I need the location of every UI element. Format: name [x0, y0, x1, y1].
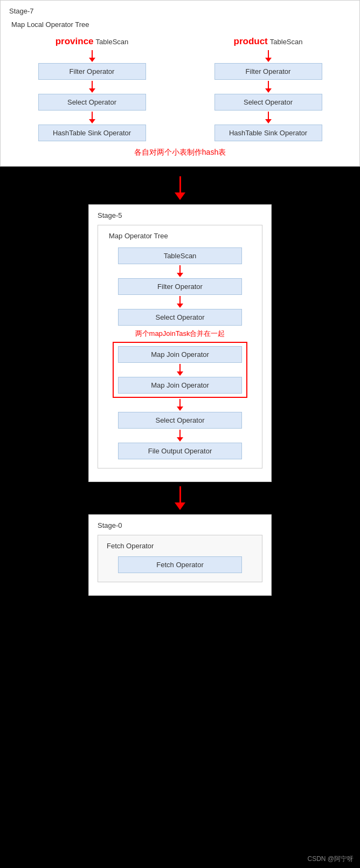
stage7-left-op1: Filter Operator: [38, 63, 146, 80]
stage5-tree-label: Map Operator Tree: [107, 232, 253, 240]
arrow2-left: [89, 81, 95, 93]
arrow1-right: [265, 50, 272, 62]
arrow-s5-1: [177, 265, 183, 277]
stage7-annotation: 各自对两个小表制作hash表: [9, 148, 351, 157]
stage5-op-select2: Select Operator: [118, 412, 242, 429]
stage5-op-fileoutput: File Output Operator: [118, 443, 242, 459]
stage5-join-box: Map Join Operator Map Join Operator: [113, 342, 247, 398]
stage5-map-join-1: Map Join Operator: [118, 346, 242, 363]
stage0-fetch-operator: Fetch Operator: [118, 556, 242, 573]
stage7-right-op2: Select Operator: [214, 94, 322, 111]
arrow3-left: [89, 112, 95, 123]
watermark: CSDN @阿宁呀: [307, 855, 354, 864]
stage7-right-op3: HashTable Sink Operator: [214, 125, 322, 141]
stage7-left-col: province TableScan Filter Operator Selec…: [9, 36, 175, 141]
stage7-left-op3: HashTable Sink Operator: [38, 125, 146, 141]
stage7-right-tablescan: TableScan: [270, 38, 303, 46]
big-arrow-2: [175, 486, 185, 510]
stage0-inner-label: Fetch Operator: [107, 542, 253, 550]
stage0-container: Stage-0 Fetch Operator Fetch Operator: [88, 514, 272, 596]
arrow1-left: [89, 50, 95, 62]
stage5-op-tablescan: TableScan: [118, 247, 242, 264]
stage7-right-op1: Filter Operator: [214, 63, 322, 80]
stage5-single-col: TableScan Filter Operator Select Operato…: [107, 247, 253, 459]
stage7-tree-label: Map Local Operator Tree: [9, 20, 351, 29]
arrow2-right: [265, 81, 272, 93]
stage7-container: Stage-7 Map Local Operator Tree province…: [0, 0, 360, 167]
arrow-s5-2: [177, 296, 183, 308]
stage5-op-select1: Select Operator: [118, 309, 242, 326]
stage0-single-col: Fetch Operator: [107, 556, 253, 573]
stage7-right-col: product TableScan Filter Operator Select…: [185, 36, 351, 141]
stage5-inner: Map Operator Tree TableScan Filter Opera…: [98, 225, 262, 469]
stage7-left-keyword: province: [56, 36, 94, 47]
stage7-right-keyword: product: [234, 36, 268, 47]
stage5-map-join-2: Map Join Operator: [118, 377, 242, 394]
stage7-left-tablescan: TableScan: [96, 38, 129, 46]
arrow-s5-4: [177, 430, 183, 442]
stage0-label: Stage-0: [98, 521, 262, 529]
stage0-inner: Fetch Operator Fetch Operator: [98, 535, 262, 582]
stage5-join-annotation: 两个mapJoinTask合并在一起: [135, 329, 225, 339]
stage7-label: Stage-7: [9, 7, 351, 15]
big-arrow-1: [175, 176, 185, 200]
stage5-label: Stage-5: [98, 211, 262, 219]
black-section-1: Stage-5 Map Operator Tree TableScan Filt…: [0, 167, 360, 612]
arrow-s5-join: [177, 364, 183, 376]
stage5-container: Stage-5 Map Operator Tree TableScan Filt…: [88, 204, 272, 482]
stage7-right-header: product TableScan: [234, 36, 303, 47]
stage7-left-op2: Select Operator: [38, 94, 146, 111]
stage7-left-header: province TableScan: [56, 36, 129, 47]
arrow3-right: [265, 112, 272, 123]
stage5-op-filter: Filter Operator: [118, 278, 242, 295]
stage7-two-col: province TableScan Filter Operator Selec…: [9, 36, 351, 141]
arrow-s5-3: [177, 399, 183, 411]
